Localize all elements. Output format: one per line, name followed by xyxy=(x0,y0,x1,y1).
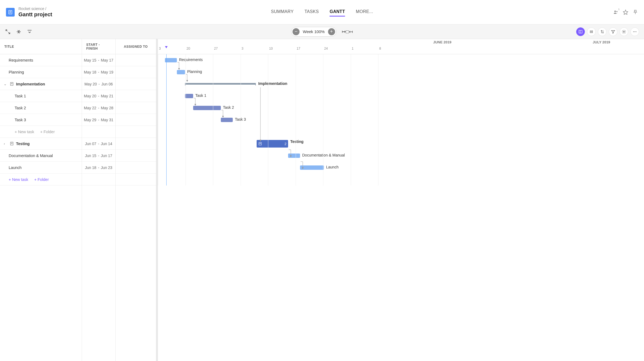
settings-button[interactable] xyxy=(620,27,628,36)
gantt-bar[interactable]: Documentation & Manual xyxy=(288,154,300,158)
table-row[interactable]: Task 2 xyxy=(0,102,82,114)
day-label: 27 xyxy=(213,47,218,50)
day-label: 10 xyxy=(268,47,273,50)
gantt-bar[interactable]: Task 3 xyxy=(221,118,233,122)
bar-label: Launch xyxy=(326,165,339,169)
task-title: Planning xyxy=(9,70,24,74)
header-actions: 1 xyxy=(613,9,638,15)
task-grid: TITLE Requirements Planning ⌄Implementat… xyxy=(0,39,158,361)
day-label: 3 xyxy=(241,47,244,50)
finish-date: Jun 17 xyxy=(101,154,112,158)
gantt-bar[interactable]: Task 2 xyxy=(193,106,221,110)
nav-tabs: SUMMARY TASKS GANTT MORE... xyxy=(271,8,373,17)
finish-date: May 21 xyxy=(101,94,113,98)
gantt-bar[interactable]: Planning xyxy=(177,70,185,74)
view-columns-button[interactable] xyxy=(587,27,596,36)
view-split-button[interactable] xyxy=(576,27,585,36)
more-button[interactable] xyxy=(630,27,639,36)
chevron-down-icon[interactable]: ⌄ xyxy=(4,82,8,86)
new-folder-button[interactable]: + Folder xyxy=(34,177,49,182)
gantt-bar[interactable]: Requirements xyxy=(165,58,177,62)
finish-date: May 19 xyxy=(101,70,113,74)
start-date: May 15 xyxy=(84,58,96,62)
zoom-in-button[interactable]: + xyxy=(328,28,335,35)
svg-point-17 xyxy=(635,31,635,32)
gantt-timeline[interactable]: JUNE 2019 JULY 2019 32027310172418 Requi… xyxy=(158,39,644,361)
task-title: Task 3 xyxy=(15,118,26,122)
chevron-right-icon[interactable]: › xyxy=(4,142,8,146)
col-header-dates[interactable]: START - FINISH xyxy=(82,39,115,54)
gantt-body: Requirements Planning Implementation Tas… xyxy=(158,54,644,186)
day-label: 17 xyxy=(296,47,300,50)
pin-icon[interactable] xyxy=(633,9,638,15)
zoom-label[interactable]: Week 100% xyxy=(299,29,328,34)
new-task-button[interactable]: + New task xyxy=(9,177,28,182)
finish-date: May 31 xyxy=(101,118,113,122)
day-label: 8 xyxy=(378,47,381,50)
svg-point-16 xyxy=(633,31,634,32)
folder-icon xyxy=(10,82,14,86)
table-row[interactable]: Task 3 xyxy=(0,114,82,126)
start-date: Jun 18 xyxy=(85,165,96,170)
finish-date: May 28 xyxy=(101,106,113,110)
gantt-bar[interactable]: Task 1 xyxy=(185,94,193,98)
page-header: Rocket science / Gantt project SUMMARY T… xyxy=(0,0,644,24)
month-label: JUNE 2019 xyxy=(326,39,559,47)
month-label: JULY 2019 xyxy=(559,39,644,47)
col-header-title[interactable]: TITLE xyxy=(0,39,82,54)
table-row[interactable]: ⌄Implementation xyxy=(0,78,82,90)
members-icon[interactable]: 1 xyxy=(613,9,619,15)
svg-marker-6 xyxy=(623,10,628,14)
bar-label: Implementation xyxy=(258,81,287,86)
gantt-bar[interactable]: 2Testing xyxy=(257,140,288,148)
start-date: May 29 xyxy=(84,118,96,122)
task-title: Documentation & Manual xyxy=(9,154,53,158)
task-title: Task 1 xyxy=(15,94,26,98)
collapse-icon[interactable] xyxy=(16,29,22,35)
gantt-summary-bar[interactable] xyxy=(185,83,256,85)
day-label: 20 xyxy=(186,47,190,50)
start-date: May 20 xyxy=(84,82,97,86)
finish-date: Jun 06 xyxy=(101,82,113,86)
gantt-toolbar: − Week 100% + ↦□↤ xyxy=(0,24,644,39)
bar-label: Task 2 xyxy=(223,105,234,110)
svg-point-15 xyxy=(623,31,624,32)
col-header-assigned[interactable]: ASSIGNED TO xyxy=(116,39,156,54)
table-row[interactable]: Requirements xyxy=(0,54,82,66)
table-row[interactable]: Documentation & Manual xyxy=(0,150,82,162)
fullscreen-icon[interactable] xyxy=(5,29,11,35)
today-marker-icon xyxy=(165,46,168,48)
svg-rect-9 xyxy=(579,30,582,33)
tab-summary[interactable]: SUMMARY xyxy=(271,8,294,17)
svg-point-18 xyxy=(636,31,636,32)
bar-label: Planning xyxy=(187,69,202,74)
time-scale: JUNE 2019 JULY 2019 32027310172418 xyxy=(158,39,644,54)
start-date: May 20 xyxy=(84,94,96,98)
expand-icon[interactable] xyxy=(27,29,33,35)
table-row[interactable]: Launch xyxy=(0,162,82,174)
new-task-button[interactable]: + New task xyxy=(15,130,34,134)
scroll-to-today-icon[interactable]: ↦□↤ xyxy=(342,29,353,35)
table-row[interactable]: Task 1 xyxy=(0,90,82,102)
new-folder-button[interactable]: + Folder xyxy=(40,130,55,134)
project-icon xyxy=(6,8,15,17)
bar-label: Documentation & Manual xyxy=(302,153,345,157)
bar-label: Testing xyxy=(290,139,304,144)
gantt-bar[interactable]: Launch xyxy=(300,165,324,170)
start-date: Jun 07 xyxy=(85,142,96,146)
svg-point-5 xyxy=(616,11,617,12)
tab-gantt[interactable]: GANTT xyxy=(330,8,345,17)
tab-tasks[interactable]: TASKS xyxy=(304,8,319,17)
table-row[interactable]: Planning xyxy=(0,66,82,78)
add-row: + New task+ Folder xyxy=(0,174,82,186)
today-line xyxy=(166,54,167,186)
sort-button[interactable] xyxy=(598,27,607,36)
table-row[interactable]: ›Testing xyxy=(0,138,82,150)
tab-more[interactable]: MORE... xyxy=(356,8,373,17)
star-icon[interactable] xyxy=(623,9,628,15)
filter-button[interactable] xyxy=(609,27,617,36)
zoom-out-button[interactable]: − xyxy=(292,28,299,35)
day-label: 1 xyxy=(351,47,354,50)
breadcrumb[interactable]: Rocket science / xyxy=(18,7,52,11)
finish-date: Jun 23 xyxy=(101,165,112,170)
